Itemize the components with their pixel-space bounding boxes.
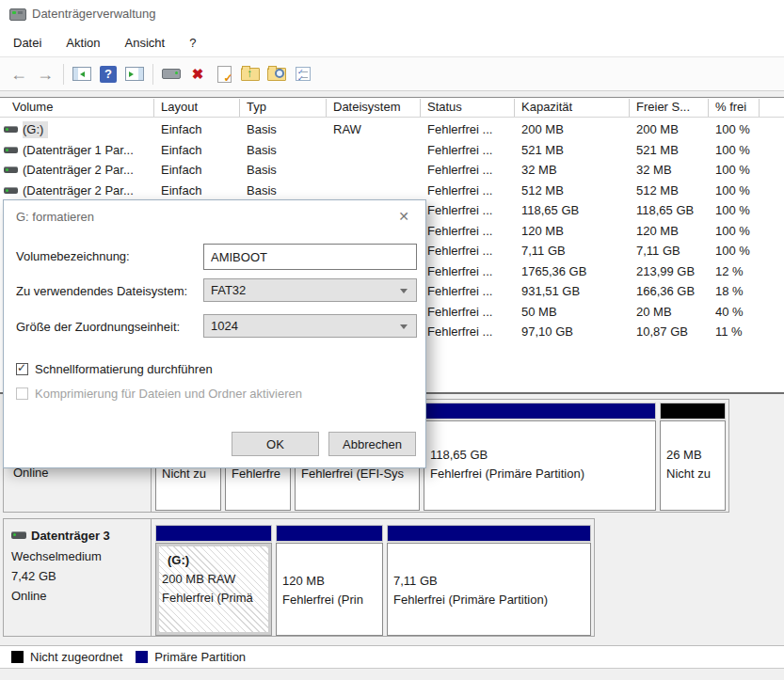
allocation-unit-select[interactable]: 1024	[203, 314, 417, 338]
table-row[interactable]: (G:) Einfach Basis RAW Fehlerfrei ... 20…	[0, 119, 784, 139]
menu-bar: Datei Aktion Ansicht ?	[0, 28, 784, 56]
column-header-dateisystem[interactable]: Dateisystem	[333, 100, 401, 114]
column-header-kapazitaet[interactable]: Kapazität	[521, 100, 572, 114]
table-row[interactable]: (Datenträger 2 Par... Einfach Basis Fehl…	[0, 181, 784, 200]
compression-checkbox	[16, 387, 28, 400]
unallocated-swatch	[11, 651, 24, 663]
table-row[interactable]: (Datenträger 1 Par... Einfach Basis Fehl…	[0, 140, 784, 160]
folder-up-icon[interactable]	[239, 63, 262, 86]
disk3-media: Wechselmedium	[11, 549, 102, 563]
window-title: Datenträgerverwaltung	[32, 7, 156, 21]
table-row[interactable]: (Datenträger 2 Par... Einfach Basis Fehl…	[0, 160, 784, 180]
disk-icon	[11, 531, 26, 539]
ok-button[interactable]: OK	[232, 432, 319, 456]
partition-bar	[276, 525, 383, 542]
disk-row-3: Datenträger 3 Wechselmedium 7,42 GB Onli…	[3, 518, 595, 637]
cancel-button[interactable]: Abbrechen	[328, 432, 416, 456]
disk3-label-panel[interactable]: Datenträger 3 Wechselmedium 7,42 GB Onli…	[4, 519, 152, 636]
volume-icon	[4, 147, 18, 153]
device-icon[interactable]	[160, 63, 183, 86]
column-header-freier-speicher[interactable]: Freier S...	[636, 100, 690, 114]
disk3-name: Datenträger 3	[31, 529, 110, 543]
disk-management-icon	[9, 8, 26, 21]
legend-primary-label: Primäre Partition	[154, 650, 246, 664]
disk2-partition-4[interactable]: 118,65 GB Fehlerfrei (Primäre Partition)	[424, 403, 656, 512]
toolbar-separator	[152, 64, 153, 85]
primary-partition-swatch	[136, 651, 148, 663]
volume-table-header: Volume Layout Typ Dateisystem Status Kap…	[0, 97, 784, 118]
menu-datei[interactable]: Datei	[13, 36, 41, 50]
volume-icon	[4, 126, 18, 133]
disk3-partition-2[interactable]: 120 MB Fehlerfrei (Prin	[276, 525, 383, 634]
format-dialog: G: formatieren Volumebezeichnung: Zu ver…	[3, 199, 426, 468]
partition-bar	[155, 525, 272, 542]
column-header-typ[interactable]: Typ	[247, 100, 266, 114]
forward-icon[interactable]: →	[34, 63, 56, 86]
partition-bar	[387, 525, 591, 542]
quick-format-checkbox[interactable]	[16, 363, 28, 375]
check-document-icon[interactable]	[213, 63, 235, 86]
help-icon[interactable]	[97, 63, 120, 86]
back-icon[interactable]: ←	[8, 63, 30, 86]
partition-drive-letter: (G:)	[156, 544, 271, 570]
quick-format-label: Schnellformatierung durchführen	[35, 362, 213, 376]
legend-bar: Nicht zugeordnet Primäre Partition	[0, 645, 784, 669]
legend-unallocated-label: Nicht zugeordnet	[30, 650, 122, 664]
title-bar: Datenträgerverwaltung	[0, 0, 784, 28]
checklist-icon[interactable]	[292, 63, 314, 86]
toolbar: ← →	[0, 56, 784, 91]
column-header-layout[interactable]: Layout	[161, 100, 198, 114]
column-header-prozent-frei[interactable]: % frei	[715, 100, 746, 114]
disk3-partition-g[interactable]: (G:) 200 MB RAW Fehlerfrei (Primä	[155, 525, 272, 634]
disk3-size: 7,42 GB	[11, 569, 56, 583]
filesystem-select[interactable]: FAT32	[203, 278, 417, 302]
bottom-strip	[0, 669, 784, 680]
dialog-title: G: formatieren	[16, 210, 94, 224]
close-icon[interactable]	[393, 206, 414, 227]
delete-icon[interactable]	[186, 63, 209, 86]
disk2-partition-5[interactable]: 26 MB Nicht zu	[660, 403, 726, 512]
folder-search-icon[interactable]	[265, 63, 288, 86]
menu-hilfe[interactable]: ?	[189, 36, 196, 50]
volume-label-label: Volumebezeichnung:	[16, 249, 130, 263]
disk3-online-status: Online	[11, 589, 47, 603]
compression-label: Komprimierung für Dateien und Ordner akt…	[35, 387, 302, 401]
disk3-partition-3[interactable]: 7,11 GB Fehlerfrei (Primäre Partition)	[387, 525, 591, 634]
action-pane-icon[interactable]	[123, 63, 146, 86]
column-header-volume[interactable]: Volume	[12, 100, 53, 114]
volume-icon	[4, 166, 18, 173]
toolbar-separator	[63, 64, 64, 85]
filesystem-label: Zu verwendendes Dateisystem:	[16, 284, 187, 298]
volume-icon	[4, 187, 18, 194]
column-header-status[interactable]: Status	[427, 100, 462, 114]
volume-label-input[interactable]	[203, 244, 417, 270]
disk-management-window: Datenträgerverwaltung Datei Aktion Ansic…	[0, 0, 784, 680]
partition-bar	[424, 403, 656, 419]
menu-ansicht[interactable]: Ansicht	[125, 36, 166, 50]
menu-aktion[interactable]: Aktion	[66, 36, 100, 50]
partition-bar	[660, 403, 726, 419]
console-tree-icon[interactable]	[71, 63, 93, 86]
volume-name-selected: (G:)	[23, 121, 48, 138]
allocation-unit-label: Größe der Zuordnungseinheit:	[16, 320, 180, 334]
